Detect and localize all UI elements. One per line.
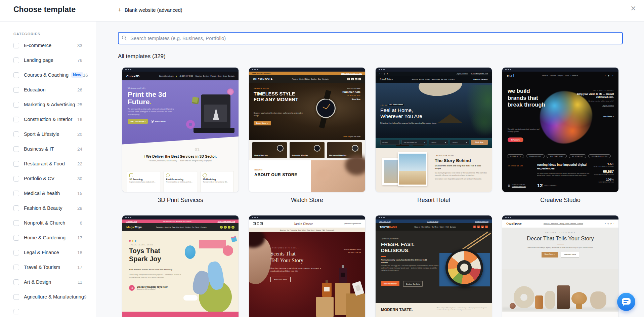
checkbox[interactable] — [13, 176, 19, 182]
sidebar-item-art-design[interactable]: Art & Design11 — [0, 275, 96, 289]
sidebar-item-medical-health[interactable]: Medical & health15 — [0, 186, 96, 201]
mini-secondary-button: Explore Our Sets — [403, 281, 423, 287]
browser-chrome-bar — [122, 215, 239, 220]
chevron-down-icon: ▾ — [424, 142, 425, 143]
mini-category-tiles: Quartz Watches Automatic Watches Mechani… — [249, 140, 365, 160]
sidebar-item-marketing-advertising[interactable]: Marketing & Advertising25 — [0, 97, 96, 112]
youtube-icon: ▶ — [260, 222, 263, 225]
sidebar-item-fashion-beauty[interactable]: Fashion & Beauty28 — [0, 201, 96, 215]
mini-navbar: MagicToys. Bestsellers About Us Deal of … — [122, 223, 239, 231]
template-name: Watch Store — [249, 197, 366, 204]
youtube-icon: ▶ — [231, 226, 234, 229]
sidebar-item-ecommerce[interactable]: E-commerce33 — [0, 38, 96, 53]
chat-widget-button[interactable] — [617, 293, 635, 311]
mini-hero: - your sushi, your moment - FRESH. FAST.… — [376, 231, 492, 303]
search-input[interactable] — [118, 32, 623, 44]
browser-chrome-bar — [249, 215, 365, 220]
templates-panel: All templates (329) Curve3D 3d.print@ema… — [96, 22, 644, 317]
checkbox[interactable] — [13, 117, 19, 122]
hero-title-1: Feel at Home, — [380, 107, 422, 113]
hero-title-2: Wherever You Are — [380, 113, 422, 119]
checkbox[interactable] — [13, 265, 19, 270]
categories-sidebar: CATEGORIES E-commerce33 Landing page76 C… — [0, 22, 96, 317]
sidebar-item-sport-lifestyle[interactable]: Sport & Lifestyle20 — [0, 127, 96, 142]
checkbox[interactable] — [13, 43, 19, 48]
mini-tag-pills: MOBILE APPS BRAND DESIGN WEB PLATFORMS U… — [507, 154, 611, 158]
checkbox[interactable] — [13, 250, 19, 255]
toy-icon — [129, 285, 135, 291]
checkbox[interactable] — [13, 220, 19, 226]
template-card-cozyspace[interactable]: CozySpace About us Inspiration Catalog N… — [502, 215, 619, 317]
mini-logo: Isla di Mare — [380, 78, 393, 81]
mini-cta-button: Roll Into Flavor — [381, 281, 399, 286]
mini-booking-bar: Location Type placeholder text▾ Check-In… — [380, 140, 488, 145]
new-badge: New — [71, 72, 83, 78]
checkbox[interactable] — [13, 131, 19, 137]
checkbox[interactable] — [13, 146, 19, 152]
hero-text: Discover watches that blend precision, c… — [254, 112, 304, 117]
sidebar-item-nonprofit-church[interactable]: Nonprofit & Church6 — [0, 215, 96, 230]
sidebar-item-legal-finance[interactable]: Legal & Finance18 — [0, 245, 96, 260]
blank-website-button[interactable]: + Blank website (advanced) — [118, 7, 182, 13]
checkbox[interactable] — [13, 102, 19, 108]
youtube-icon: ▶ — [355, 78, 357, 80]
checkbox[interactable] — [13, 161, 19, 167]
about-title: The Story Behind — [435, 158, 487, 163]
instagram-icon: ◎ — [351, 78, 354, 80]
sidebar-bottom-fade — [0, 309, 95, 317]
template-card-jardin-obscur[interactable]: f ◎ ▶ - Jardin Obscur - jardinobscur@ema… — [249, 215, 366, 317]
checkbox[interactable] — [13, 191, 19, 196]
mini-navbar: CHRONOVIA About us Limited Edition Catal… — [249, 75, 365, 83]
template-card-tokyodash[interactable]: Open 8 am - 10 pm +1 (234) 567 89 00 tok… — [375, 215, 492, 317]
bottom-title: MODERN TASTE. — [381, 308, 413, 312]
sidebar-item-travel-tourism[interactable]: Travel & Tourism17 — [0, 260, 96, 275]
template-card-creative-studio[interactable]: ctrl About us Services Projects Team Con… — [502, 67, 619, 204]
template-name: Creative Studio — [502, 197, 619, 204]
mini-marquee-strip — [122, 312, 239, 317]
section-title: We Deliver the Best Services in 3D Secto… — [145, 154, 217, 158]
about-title: ABOUT OUR STORE — [254, 172, 297, 177]
hero-kicker: - PERFUMES WITH SOUL - — [270, 247, 299, 249]
sidebar-item-home-gardening[interactable]: Home & Gardening17 — [0, 230, 96, 245]
sidebar-item-restaurant-food[interactable]: Restaurant & Food22 — [0, 156, 96, 171]
about-kicker: //ABOUT US — [254, 169, 262, 171]
dot-icon — [135, 240, 136, 242]
mini-nav-links: About us Services Projects Team Contact … — [542, 75, 578, 77]
mini-header: f ◎ ▶ - Jardin Obscur - jardinobscur@ema… — [249, 220, 365, 228]
sushi-platter-illustration — [445, 249, 483, 286]
template-card-3d-print-services[interactable]: Curve3D 3d.print@email.com +1 (234) 567 … — [122, 67, 239, 204]
watch-illustration — [316, 98, 336, 118]
sidebar-item-landing-page[interactable]: Landing page76 — [0, 53, 96, 68]
template-card-magictoys[interactable]: +1 (234) 567 89 00 SHOWROOM: 1234 FAIRMO… — [122, 215, 239, 317]
sidebar-item-education[interactable]: Education26 — [0, 82, 96, 97]
browser-chrome-bar — [376, 215, 492, 220]
bottom-text: We're not just delivering food — we're s… — [437, 307, 487, 311]
template-thumbnail: f t ◎ ▶ +1 (234) 567 89 00 ISLADIMARE@EM… — [375, 67, 492, 192]
sidebar-item-agriculture-manufacturing[interactable]: Agriculture & Manufacturing9 — [0, 289, 96, 304]
hero-text: Welcome to the design agency and store o… — [520, 246, 601, 248]
sidebar-item-courses-coaching[interactable]: Courses & CoachingNew16 — [0, 68, 96, 82]
template-card-watch-store[interactable]: FREE SHIPPING FROM $50 NEED HELP: +1 (55… — [249, 67, 366, 204]
close-icon[interactable]: × — [631, 4, 636, 13]
mini-hero: - PERFUMES WITH SOUL - Scents That Tell … — [249, 232, 365, 317]
sidebar-item-construction-interior[interactable]: Construction & Interior16 — [0, 112, 96, 127]
checkbox[interactable] — [13, 72, 19, 78]
mini-logo: - Jardin Obscur - — [292, 222, 314, 226]
checkbox[interactable] — [13, 57, 19, 63]
sidebar-item-business-it[interactable]: Business & IT24 — [0, 142, 96, 156]
stars-icon: ★★★★★ — [380, 104, 387, 106]
mini-topbar: FREE SHIPPING FROM $50 NEED HELP: +1 (55… — [249, 72, 365, 75]
twitter-icon: t — [228, 226, 231, 229]
mini-hero: - PLAY, LEARN, GROW - Toys That Spark Jo… — [122, 231, 239, 312]
checkbox[interactable] — [13, 235, 19, 241]
checkbox[interactable] — [13, 87, 19, 93]
chat-bubble-icon — [622, 298, 631, 305]
mini-cta-button: Shop Now → — [542, 252, 558, 257]
mini-logo: Curve3D — [126, 74, 139, 78]
checkbox[interactable] — [13, 205, 19, 211]
template-card-resort-hotel[interactable]: f t ◎ ▶ +1 (234) 567 89 00 ISLADIMARE@EM… — [375, 67, 492, 204]
mini-phone: +1 (234) 567 89 00 — [179, 75, 193, 77]
sidebar-item-portfolio-cv[interactable]: Portfolio & CV30 — [0, 171, 96, 186]
checkbox[interactable] — [13, 279, 19, 285]
checkbox[interactable] — [13, 294, 19, 300]
